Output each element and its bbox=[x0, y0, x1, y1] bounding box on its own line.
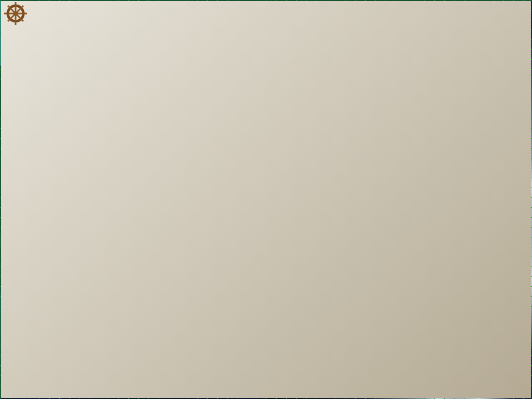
miniwindow-ship[interactable] bbox=[0, 28, 532, 55]
ship-icon-bg bbox=[1, 1, 531, 398]
desktop: CUR: 1 PONL 1 One vc● ✕ ◀ 1/1 ▶ bbox=[0, 0, 532, 399]
ship-wheel-icon bbox=[1, 1, 31, 26]
